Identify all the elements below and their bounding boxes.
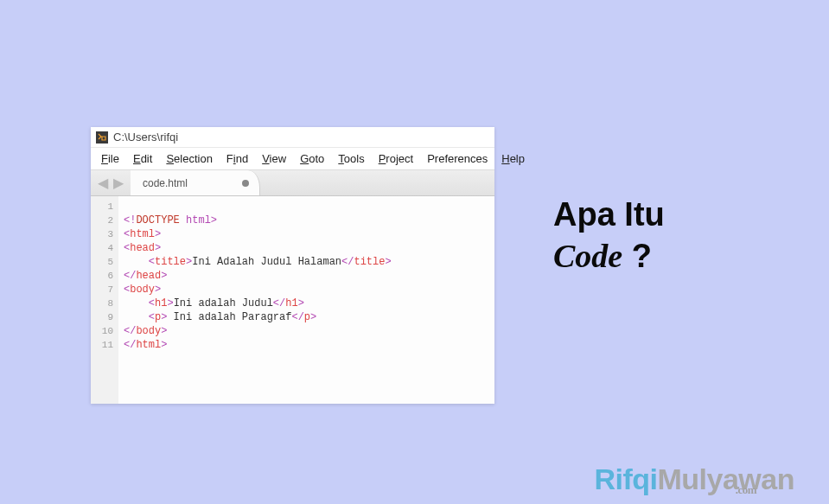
page-heading: Apa Itu Code ? <box>553 195 665 277</box>
menu-file[interactable]: File <box>94 150 126 167</box>
brand-first: Rifqi <box>594 463 657 495</box>
nav-forward-icon[interactable]: ▶ <box>113 175 124 191</box>
menu-goto[interactable]: Goto <box>293 150 331 167</box>
menubar: File Edit Selection Find View Goto Tools… <box>91 148 494 170</box>
code-content[interactable]: <!DOCTYPE html> <html> <head> <title>Ini… <box>118 196 494 404</box>
menu-preferences[interactable]: Preferences <box>420 150 494 167</box>
app-icon <box>96 131 108 144</box>
brand-logo: RifqiMulyawan .com <box>594 464 794 494</box>
tab-dirty-icon <box>242 180 249 187</box>
nav-back-icon[interactable]: ◀ <box>98 175 108 191</box>
menu-selection[interactable]: Selection <box>159 150 219 167</box>
menu-project[interactable]: Project <box>372 150 420 167</box>
menu-help[interactable]: Help <box>494 150 532 167</box>
menu-tools[interactable]: Tools <box>331 150 371 167</box>
editor-window: C:\Users\rifqi File Edit Selection Find … <box>91 127 494 404</box>
brand-tld: .com <box>736 484 756 495</box>
menu-view[interactable]: View <box>255 150 293 167</box>
heading-line2: Code ? <box>553 236 665 278</box>
tab-label: code.html <box>143 177 188 189</box>
heading-line1: Apa Itu <box>553 195 665 236</box>
tab-bar: ◀ ▶ code.html <box>91 170 494 196</box>
menu-find[interactable]: Find <box>220 150 255 167</box>
window-title: C:\Users\rifqi <box>113 131 178 144</box>
code-editor[interactable]: 1 2 3 4 5 6 7 8 9 10 11 <!DOCTYPE html> … <box>91 196 494 404</box>
tab-code-html[interactable]: code.html <box>131 170 260 195</box>
line-gutter: 1 2 3 4 5 6 7 8 9 10 11 <box>91 196 118 404</box>
titlebar: C:\Users\rifqi <box>91 127 494 148</box>
menu-edit[interactable]: Edit <box>126 150 159 167</box>
brand-last: Mulyawan <box>658 463 794 495</box>
tab-nav: ◀ ▶ <box>91 170 131 195</box>
